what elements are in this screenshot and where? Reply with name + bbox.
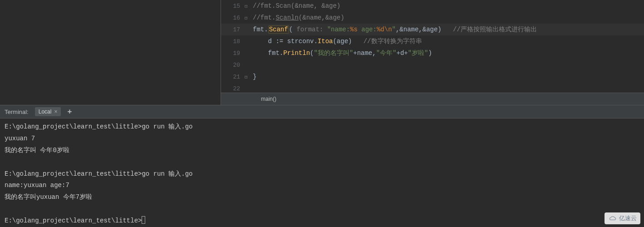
line-number: 21 bbox=[221, 74, 245, 80]
code-line[interactable]: 18 d := strconv.Itoa(age) //数字转换为字符串 bbox=[221, 35, 644, 47]
terminal-tab-label: Local bbox=[39, 109, 52, 115]
terminal-header: Terminal: Local × + bbox=[0, 105, 644, 118]
terminal-tab-local[interactable]: Local × bbox=[35, 107, 61, 116]
terminal-output: E:\golang_project\learn_test\little>go r… bbox=[5, 123, 192, 224]
code-content[interactable]: } bbox=[253, 73, 256, 80]
code-line[interactable]: 20 bbox=[221, 59, 644, 71]
watermark-text: 亿速云 bbox=[619, 214, 637, 222]
code-line[interactable]: 16⊟//fmt.Scanln(&name,&age) bbox=[221, 12, 644, 24]
breadcrumb[interactable]: main() bbox=[221, 93, 644, 105]
code-content[interactable]: d := strconv.Itoa(age) //数字转换为字符串 bbox=[253, 37, 422, 45]
line-number: 18 bbox=[221, 38, 245, 45]
fold-icon[interactable]: ⊟ bbox=[245, 74, 253, 80]
code-line[interactable]: 19 fmt.Println("我的名字叫"+name,"今年"+d+"岁啦") bbox=[221, 47, 644, 59]
add-tab-button[interactable]: + bbox=[67, 107, 72, 116]
terminal-panel: Terminal: Local × + E:\golang_project\le… bbox=[0, 105, 644, 227]
cloud-icon bbox=[608, 215, 617, 222]
code-line[interactable]: 15⊟//fmt.Scan(&name, &age) bbox=[221, 0, 644, 12]
fold-icon[interactable]: ⊟ bbox=[245, 3, 253, 9]
breadcrumb-text: main() bbox=[261, 96, 276, 102]
line-number: 20 bbox=[221, 62, 245, 69]
code-content[interactable]: fmt.Scanf( format: "name:%s age:%d\n",&n… bbox=[253, 25, 537, 34]
terminal-cursor bbox=[142, 216, 145, 224]
terminal-title: Terminal: bbox=[5, 109, 29, 115]
code-content[interactable]: fmt.Println("我的名字叫"+name,"今年"+d+"岁啦") bbox=[253, 49, 432, 57]
code-line[interactable]: 21⊟} bbox=[221, 71, 644, 83]
line-number: 15 bbox=[221, 3, 245, 10]
code-content[interactable]: //fmt.Scanln(&name,&age) bbox=[253, 14, 344, 21]
line-number: 17 bbox=[221, 26, 245, 33]
watermark: 亿速云 bbox=[605, 212, 640, 224]
close-icon[interactable]: × bbox=[54, 109, 57, 115]
line-number: 22 bbox=[221, 85, 245, 92]
line-number: 19 bbox=[221, 50, 245, 57]
fold-icon[interactable]: ⊟ bbox=[245, 15, 253, 21]
code-lines[interactable]: 15⊟//fmt.Scan(&name, &age)16⊟//fmt.Scanl… bbox=[221, 0, 644, 93]
code-line[interactable]: 17fmt.Scanf( format: "name:%s age:%d\n",… bbox=[221, 24, 644, 35]
line-number: 16 bbox=[221, 15, 245, 21]
code-content[interactable]: //fmt.Scan(&name, &age) bbox=[253, 2, 340, 10]
left-panel-blank bbox=[0, 0, 221, 105]
terminal-body[interactable]: E:\golang_project\learn_test\little>go r… bbox=[0, 118, 644, 227]
code-editor[interactable]: 15⊟//fmt.Scan(&name, &age)16⊟//fmt.Scanl… bbox=[221, 0, 644, 105]
editor-area: 15⊟//fmt.Scan(&name, &age)16⊟//fmt.Scanl… bbox=[0, 0, 644, 105]
